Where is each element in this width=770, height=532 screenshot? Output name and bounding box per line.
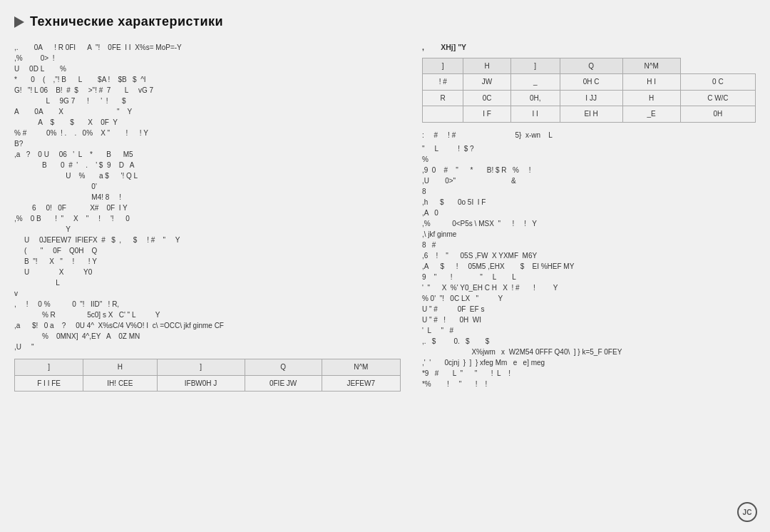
left-text-line: * 0 ( ,"! B L $A ! $B $ ^I (14, 74, 401, 85)
left-table-data-cell: 0FIE JW (245, 375, 322, 392)
right-table-header-cell: ] (422, 58, 463, 74)
right-top-table-container: ]H]QN^M ! #JW_0H CH I0 CR0C0H,I JJHC W/C… (422, 58, 756, 123)
left-text-line: % R 5c0] s X C' " L Y (14, 310, 401, 320)
right-top-table-head: ]H]QN^M (422, 58, 755, 74)
right-table-cell: H I (622, 74, 680, 91)
left-table-header-cell: N^M (322, 359, 400, 376)
right-table-cell: C W/C (680, 90, 755, 106)
right-text-line: *% ! " ! ! (422, 379, 756, 389)
right-column: , XHj] "Y ]H]QN^M ! #JW_0H CH I0 CR0C0H,… (422, 42, 756, 518)
left-text-line: B 0 # ' . ' $ 9 D A (14, 160, 401, 170)
left-text-line: A $ $ X 0F Y (14, 117, 401, 128)
left-table-header-cell: ] (157, 359, 245, 376)
left-text-line: G! "! L 06 B! # $ >"! # 7 L vG 7 (14, 85, 401, 96)
right-table-cell: ! # (422, 74, 463, 91)
left-bottom-table-head: ]H]QN^M (15, 359, 401, 376)
right-table-cell: H (622, 90, 680, 106)
right-text-line: ,U 0>" & (422, 175, 756, 186)
left-text-line: L (14, 277, 401, 288)
right-table-cell: JW (463, 74, 510, 91)
right-table-cell: 0H (680, 106, 755, 123)
right-table-cell: I JJ (560, 90, 622, 106)
right-table-cell: R (422, 90, 463, 106)
right-text-line: ,% 0<P5s \ MSX " ! ! Y (422, 218, 756, 229)
left-text-line: B? (14, 138, 401, 149)
right-table-cell: _ (510, 74, 560, 91)
left-text-block: ,. 0A ! R 0FI A "! 0FE I I X%s= MoP=-Y,%… (14, 42, 401, 352)
left-text-line: v (14, 288, 401, 299)
right-table-cell: I F (463, 106, 510, 123)
left-text-line: ,a $! 0 a ? 0U 4^ X%sC/4 V%O! I c\ =OCC\… (14, 320, 401, 331)
right-table-header-cell: N^M (622, 58, 680, 74)
left-table-header-cell: ] (15, 359, 83, 376)
left-bottom-table-container: ]H]QN^M F I I FEIH! CEEIFBW0H J0FIE JWJE… (14, 356, 401, 394)
right-table-cell: _E (622, 106, 680, 123)
right-table-cell: 0H C (560, 74, 622, 91)
left-table-header-cell: Q (245, 359, 322, 376)
left-text-line: % 0MNX] 4^,EY A 0Z MN (14, 331, 401, 342)
left-text-line: ,U " (14, 342, 401, 352)
left-text-line: A 0A X " Y (14, 106, 401, 117)
left-text-line: % # 0% ! . . 0% X " ! ! Y (14, 128, 401, 138)
right-text-line: " L ! $ ? (422, 143, 756, 154)
right-table-row: ! #JW_0H CH I0 C (422, 74, 755, 91)
left-text-line: 0' (14, 181, 401, 192)
right-top-table-body: ! #JW_0H CH I0 CR0C0H,I JJHC W/CI FI IEI… (422, 74, 755, 123)
left-text-line: Y (14, 224, 401, 235)
right-top-table: ]H]QN^M ! #JW_0H CH I0 CR0C0H,I JJHC W/C… (422, 58, 756, 123)
left-text-line: B "! X " ! ! Y (14, 256, 401, 267)
right-table-cell: 0H, (510, 90, 560, 106)
right-table-cell: 0C (463, 90, 510, 106)
right-table-cell: 0 C (680, 74, 755, 91)
arrow-icon (14, 16, 24, 28)
right-text-line: % 0' "! 0C LX " Y (422, 293, 756, 304)
left-text-line: 6 0! 0F X# 0F I Y (14, 203, 401, 213)
right-note: : # ! # 5} x-wn L (422, 130, 756, 140)
right-text-line: ,6 ! " 05S ,FW X YXMF M6Y (422, 250, 756, 261)
right-text-line: X%jwm x W2M54 0FFF Q40\ ] } k=5_F 0FEY (422, 347, 756, 357)
right-text-line: ,. $ 0. $ $ (422, 336, 756, 347)
right-table-row: R0C0H,I JJHC W/C (422, 90, 755, 106)
right-text-line: U " # 0F EF s (422, 304, 756, 314)
right-table-header-cell: H (463, 58, 510, 74)
left-text-line: ,% 0 B ! " X " ! '! 0 (14, 213, 401, 224)
right-table-row: I FI IEI H_E0H (422, 106, 755, 123)
page-title: Технические характеристики (30, 14, 223, 29)
right-table-header-cell: ] (510, 58, 560, 74)
right-text-line: U " # ! 0H WI (422, 314, 756, 325)
left-text-line: U 0JEFEW7 IFIEFX # $ , $ ! # " Y (14, 235, 401, 245)
right-text-line: ,' ' 0cjnj } ] } xfeg Mm e e] meg (422, 357, 756, 368)
right-text-line: 8 # (422, 240, 756, 250)
left-text-line: , ! 0 % 0 "! IID" ! R, (14, 299, 401, 310)
left-bottom-table-data-row: F I I FEIH! CEEIFBW0H J0FIE JWJEFEW7 (15, 375, 401, 392)
left-table-data-cell: JEFEW7 (322, 375, 400, 392)
right-text-line: ,A $ ! 05M5 ,EHX $ EI %HEF MY (422, 261, 756, 272)
right-top-table-header-row: ]H]QN^M (422, 58, 755, 74)
left-text-line: ,% 0> ! (14, 53, 401, 63)
right-text-line: ,9 0 # " * B! $ R % ! (422, 165, 756, 175)
right-text-block: " L ! $ ?%,9 0 # " * B! $ R % !,U 0>" &8… (422, 143, 756, 389)
content-area: ,. 0A ! R 0FI A "! 0FE I I X%s= MoP=-Y,%… (14, 42, 756, 518)
left-table-data-cell: F I I FE (15, 375, 83, 392)
right-text-line: 9 " ! " L L (422, 272, 756, 282)
left-text-line: L 9G 7 ! ' ! $ (14, 96, 401, 106)
right-table-cell: EI H (560, 106, 622, 123)
right-text-line: ' L " # (422, 325, 756, 336)
left-bottom-table: ]H]QN^M F I I FEIH! CEEIFBW0H J0FIE JWJE… (14, 359, 401, 392)
right-text-line: ,\ jkf ginme (422, 229, 756, 240)
page-header: Технические характеристики (14, 14, 756, 29)
right-table-cell: I I (510, 106, 560, 123)
left-table-data-cell: IFBW0H J (157, 375, 245, 392)
right-table-cell (422, 106, 463, 123)
left-text-line: U % a $ '! Q L (14, 170, 401, 181)
left-text-line: ( " 0F Q0H Q (14, 245, 401, 256)
left-column: ,. 0A ! R 0FI A "! 0FE I I X%s= MoP=-Y,%… (14, 42, 401, 518)
jc-badge: JC (737, 502, 757, 522)
left-bottom-table-header-row: ]H]QN^M (15, 359, 401, 376)
right-text-line: % (422, 154, 756, 165)
right-text-line: ,A 0 (422, 208, 756, 218)
left-table-data-cell: IH! CEE (83, 375, 157, 392)
right-text-line: *9 # L " " ! L ! (422, 368, 756, 379)
left-text-line: ,a ? 0 U 06 ' L * B M5 (14, 149, 401, 160)
right-text-line: ,h $ 0o 5I I F (422, 197, 756, 208)
